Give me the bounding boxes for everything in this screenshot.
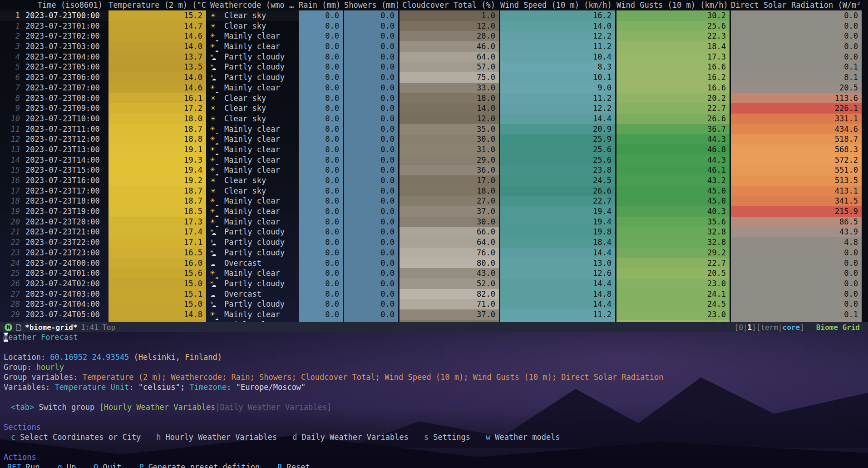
cell-temperature: 15.0 xyxy=(108,279,206,289)
table-row[interactable]: 212023-07-23T21:0017.4☀☁Partly cloudy0.0… xyxy=(0,227,868,237)
key-hint: Q xyxy=(94,462,98,468)
section-daily-variables[interactable]: dDaily Weather Variables xyxy=(292,432,409,442)
cell-weathercode: ☀Clear sky xyxy=(208,175,297,186)
section-coordinates[interactable]: cSelect Coordinates or City xyxy=(11,432,141,442)
cell-rain: 0.0 xyxy=(299,268,343,279)
buffer-name[interactable]: *biome-grid* xyxy=(25,323,78,332)
table-row[interactable]: 182023-07-23T18:0018.7☀☁Mainly clear0.00… xyxy=(0,196,868,206)
cell-rain: 0.0 xyxy=(299,217,343,227)
location-coordinates[interactable]: 60.16952 24.93545 xyxy=(50,353,129,362)
cell-weathercode: ☀☁Mainly clear xyxy=(208,31,297,41)
weather-label: Clear sky xyxy=(224,175,266,186)
table-row[interactable]: 172023-07-23T17:0018.7☀Clear sky0.00.018… xyxy=(0,186,868,196)
table-row[interactable]: 262023-07-24T02:0015.0☀☁Partly cloudy0.0… xyxy=(0,279,868,289)
cell-wind-gusts: 43.2 xyxy=(616,175,730,186)
cell-showers: 0.0 xyxy=(344,72,398,83)
variable-name[interactable]: Timezone xyxy=(189,383,227,392)
tab-key-hint[interactable]: <tab> xyxy=(11,403,34,412)
cell-solar-radiation: 226.1 xyxy=(731,103,862,114)
table-row[interactable]: 222023-07-23T22:0017.1☀☁Partly cloudy0.0… xyxy=(0,237,868,248)
table-row[interactable]: 22023-07-23T02:0014.6☀☁Mainly clear0.00.… xyxy=(0,31,868,41)
table-row[interactable]: 92023-07-23T09:0017.2☀Clear sky0.00.014.… xyxy=(0,103,868,114)
table-row[interactable]: 292023-07-24T05:0014.8☀☁Mainly clear0.00… xyxy=(0,309,868,320)
table-row[interactable]: 82023-07-23T08:0016.1☀Clear sky0.00.018.… xyxy=(0,93,868,104)
table-row[interactable]: 52023-07-23T05:0013.5☀☁Partly cloudy0.00… xyxy=(0,62,868,72)
section-weather-models[interactable]: wWeather models xyxy=(486,432,560,442)
tab-indicator[interactable]: [term| xyxy=(756,323,783,332)
table-body: 12023-07-23T00:0015.2☀Clear sky0.00.01.0… xyxy=(0,10,868,322)
action-reset[interactable]: RReset xyxy=(277,462,310,468)
cell-wind-gusts: 24.1 xyxy=(616,289,730,299)
group-value[interactable]: hourly xyxy=(36,363,64,372)
table-row[interactable]: 162023-07-23T16:0019.2☀Clear sky0.00.017… xyxy=(0,175,868,186)
action-run[interactable]: RETRun xyxy=(7,462,39,468)
table-row[interactable]: 272023-07-24T03:0015.1☁Overcast0.00.082.… xyxy=(0,289,868,299)
cell-solar-radiation: 113.6 xyxy=(731,93,862,104)
tab-group-inactive[interactable]: |Daily Weather Variables] xyxy=(215,403,331,412)
weather-label: Mainly clear xyxy=(224,134,280,144)
scrollbar[interactable] xyxy=(862,0,868,322)
group-variables-value[interactable]: Temperature (2 m); Weathercode; Rain; Sh… xyxy=(83,373,663,382)
table-row[interactable]: 112023-07-23T11:0018.7☀☁Mainly clear0.00… xyxy=(0,124,868,134)
cell-rain: 0.0 xyxy=(299,114,343,124)
table-row[interactable]: 252023-07-24T01:0015.6☀☁Mainly clear0.00… xyxy=(0,268,868,279)
variable-value[interactable]: "celsius"; xyxy=(138,383,190,392)
text-cursor: W xyxy=(4,333,8,342)
variable-value[interactable]: "Europe/Moscow" xyxy=(236,383,306,392)
table-row[interactable]: 242023-07-24T00:0016.0☁Overcast0.00.080.… xyxy=(0,258,868,269)
mainly-clear-icon: ☀☁ xyxy=(210,31,221,41)
table-row[interactable]: 12023-07-23T00:0015.2☀Clear sky0.00.01.0… xyxy=(0,10,868,21)
weather-label: Clear sky xyxy=(224,21,266,31)
table-row[interactable]: 32023-07-23T03:0014.0☀☁Mainly clear0.00.… xyxy=(0,41,868,52)
action-quit[interactable]: QQuit xyxy=(94,462,121,468)
table-row[interactable]: 282023-07-24T04:0015.0☀☁Partly cloudy0.0… xyxy=(0,299,868,309)
cell-solar-radiation: 86.5 xyxy=(731,217,862,227)
table-row[interactable]: 152023-07-23T15:0019.4☀☁Mainly clear0.00… xyxy=(0,165,868,175)
variable-name[interactable]: Temperature Unit xyxy=(55,383,129,392)
table-row[interactable]: 102023-07-23T10:0018.0☀Clear sky0.00.012… xyxy=(0,114,868,124)
action-generate-preset[interactable]: PGenerate preset defition xyxy=(139,462,260,468)
cell-wind-gusts: 22.7 xyxy=(616,103,730,114)
tab-current[interactable]: core xyxy=(783,323,800,332)
section-settings[interactable]: sSettings xyxy=(424,432,470,442)
weather-label: Partly cloudy xyxy=(224,248,285,258)
cell-cloudcover: 82.0 xyxy=(399,289,499,299)
weather-label: Partly cloudy xyxy=(224,62,285,72)
cell-time: 2023-07-23T19:00 xyxy=(25,206,106,217)
cell-time: 2023-07-23T22:00 xyxy=(25,237,106,248)
table-row[interactable]: 232023-07-23T23:0016.5☀☁Partly cloudy0.0… xyxy=(0,248,868,258)
tab-switch-line: <tab> Switch group [Hourly Weather Varia… xyxy=(4,402,868,412)
location-label: Location: xyxy=(4,353,50,362)
partly-cloudy-icon: ☀☁ xyxy=(210,237,221,247)
cell-time: 2023-07-23T14:00 xyxy=(25,155,106,165)
cell-wind-gusts: 23.0 xyxy=(616,309,730,320)
cell-showers: 0.0 xyxy=(344,155,398,165)
cell-temperature: 14.8 xyxy=(108,309,206,320)
table-row[interactable]: 72023-07-23T07:0014.6☀☁Mainly clear0.00.… xyxy=(0,83,868,93)
table-row[interactable]: 132023-07-23T13:0019.1☀☁Mainly clear0.00… xyxy=(0,144,868,155)
table-row[interactable]: 62023-07-23T06:0014.0☀☁Partly cloudy0.00… xyxy=(0,72,868,83)
tab-group-active[interactable]: [Hourly Weather Variables xyxy=(99,403,215,412)
table-row[interactable]: 192023-07-23T19:0018.5☀☁Mainly clear0.00… xyxy=(0,206,868,217)
cell-time: 2023-07-23T21:00 xyxy=(25,227,106,237)
line-number: 21 xyxy=(0,227,25,237)
table-row[interactable]: 202023-07-23T20:0017.3☀☁Mainly clear0.00… xyxy=(0,217,868,227)
cell-wind-speed: 10.1 xyxy=(500,72,615,83)
action-up[interactable]: qUp xyxy=(57,462,76,468)
section-hourly-variables[interactable]: hHourly Weather Variables xyxy=(156,432,277,442)
table-row[interactable]: 142023-07-23T14:0019.3☀☁Mainly clear0.00… xyxy=(0,155,868,165)
major-mode-name[interactable]: Biome Grid xyxy=(816,323,860,332)
key-hint: w xyxy=(486,432,490,442)
cell-weathercode: ☀Clear sky xyxy=(208,186,297,196)
cell-showers: 0.0 xyxy=(344,21,398,31)
cell-wind-speed: 25.6 xyxy=(500,155,615,165)
table-row[interactable]: 42023-07-23T04:0013.7☀☁Partly cloudy0.00… xyxy=(0,52,868,62)
table-row[interactable]: 12023-07-23T01:0014.7☀Clear sky0.00.012.… xyxy=(0,21,868,31)
workspace-current[interactable]: 1 xyxy=(747,323,752,332)
cell-temperature: 16.5 xyxy=(108,248,206,258)
table-row[interactable]: 122023-07-23T12:0018.8☀☁Mainly clear0.00… xyxy=(0,134,868,144)
header-wind-speed: Wind Speed (10 m) (km/h) xyxy=(500,0,615,10)
cell-rain: 0.0 xyxy=(299,186,343,196)
workspace-indicator[interactable]: [0| xyxy=(735,323,748,332)
cell-weathercode: ☀☁Mainly clear xyxy=(208,206,297,217)
